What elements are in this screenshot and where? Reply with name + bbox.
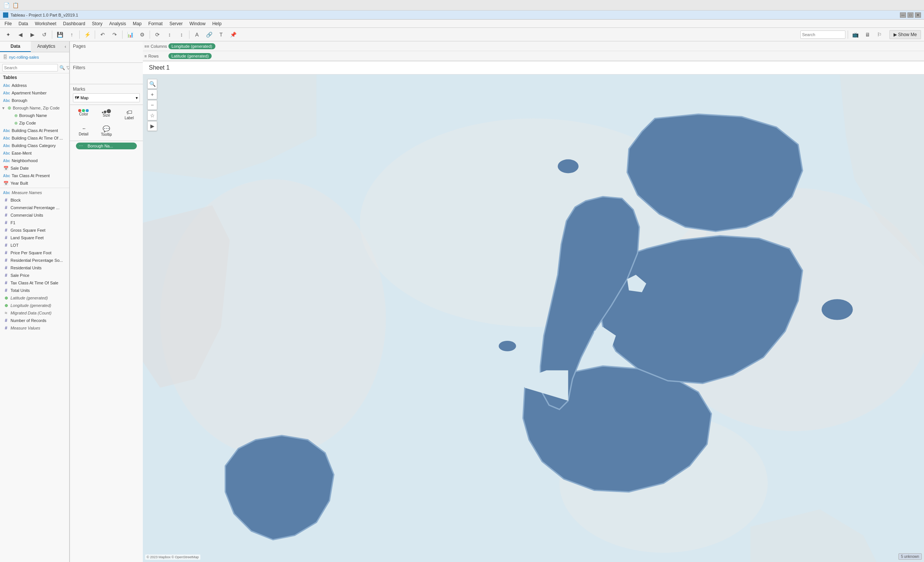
menu-worksheet[interactable]: Worksheet bbox=[32, 20, 59, 27]
field-label: Commercial Units bbox=[11, 213, 43, 217]
search-input[interactable] bbox=[2, 64, 58, 71]
field-block[interactable]: # Block bbox=[0, 196, 69, 204]
menu-window[interactable]: Window bbox=[186, 20, 209, 27]
toolbar-device-btn[interactable]: 🖥 bbox=[862, 29, 873, 40]
field-group-borough-zip[interactable]: ▼ ⊕ Borough Name, Zip Code bbox=[0, 104, 69, 112]
filter-icon[interactable]: ▽ bbox=[67, 65, 70, 70]
map-search-btn[interactable]: 🔍 bbox=[147, 79, 157, 89]
menu-map[interactable]: Map bbox=[130, 20, 144, 27]
menu-server[interactable]: Server bbox=[167, 20, 186, 27]
field-building-class-time[interactable]: Abc Building Class At Time Of ... bbox=[0, 134, 69, 142]
marks-color-btn[interactable]: Color bbox=[73, 107, 94, 122]
field-apartment-number[interactable]: Abc Apartment Number bbox=[0, 89, 69, 97]
field-neighborhood[interactable]: Abc Neighborhood bbox=[0, 157, 69, 164]
map-pin-btn[interactable]: ☆ bbox=[147, 111, 157, 120]
field-measure-values[interactable]: # Measure Values bbox=[0, 324, 69, 332]
toolbar-undo-btn[interactable]: ↶ bbox=[97, 29, 108, 40]
map-play-btn[interactable]: ▶ bbox=[147, 121, 157, 131]
field-residential-pct[interactable]: # Residential Percentage So... bbox=[0, 257, 69, 264]
field-borough-name[interactable]: ⊕ Borough Name bbox=[5, 112, 69, 119]
toolbar-text-btn[interactable]: T bbox=[216, 29, 226, 40]
data-source[interactable]: 🗄 nyc-rolling-sales bbox=[0, 52, 69, 62]
toolbar-pin-btn[interactable]: 📌 bbox=[228, 29, 238, 40]
marks-detail-btn[interactable]: ··· Detail bbox=[73, 123, 94, 138]
menu-story[interactable]: Story bbox=[89, 20, 106, 27]
field-migrated-data[interactable]: ≈ Migrated Data (Count) bbox=[0, 309, 69, 317]
longitude-pill[interactable]: Longitude (generated) bbox=[168, 43, 215, 49]
toolbar-back-btn[interactable]: ◀ bbox=[15, 29, 26, 40]
menu-help[interactable]: Help bbox=[209, 20, 225, 27]
field-tax-class-present[interactable]: Abc Tax Class At Present bbox=[0, 172, 69, 179]
detail-icon: ··· bbox=[82, 125, 85, 132]
toolbar-new-btn[interactable]: ✦ bbox=[3, 29, 14, 40]
marks-tooltip-btn[interactable]: 💬 Tooltip bbox=[96, 123, 117, 138]
field-num-records[interactable]: # Number of Records bbox=[0, 317, 69, 324]
hash-icon: # bbox=[3, 258, 9, 263]
field-building-class-present[interactable]: Abc Building Class At Present bbox=[0, 127, 69, 134]
toolbar-sort-btn[interactable]: ↕ bbox=[164, 29, 175, 40]
map-container[interactable]: 🔍 + − ☆ ▶ © 2023 Mapbox © OpenStreetMap … bbox=[143, 74, 924, 562]
toolbar-redo2-btn[interactable]: ↷ bbox=[109, 29, 120, 40]
latitude-pill[interactable]: Latitude (generated) bbox=[168, 53, 212, 59]
field-longitude[interactable]: ⊕ Longitude (generated) bbox=[0, 302, 69, 309]
toolbar-highlight-btn[interactable]: A bbox=[192, 29, 202, 40]
toolbar-sep-2 bbox=[79, 30, 80, 39]
field-lot[interactable]: # LOT bbox=[0, 242, 69, 249]
toolbar-forward-btn[interactable]: ▶ bbox=[27, 29, 38, 40]
map-zoom-in-btn[interactable]: + bbox=[147, 90, 157, 99]
field-land-sqft[interactable]: # Land Square Feet bbox=[0, 234, 69, 242]
toolbar-connect-btn[interactable]: ⚡ bbox=[82, 29, 92, 40]
field-building-class-category[interactable]: Abc Building Class Category bbox=[0, 142, 69, 149]
field-commercial-pct[interactable]: # Commercial Percentage ... bbox=[0, 204, 69, 211]
field-price-per-sqft[interactable]: # Price Per Square Foot bbox=[0, 249, 69, 257]
field-borough[interactable]: Abc Borough bbox=[0, 97, 69, 104]
field-latitude[interactable]: ⊕ Latitude (generated) bbox=[0, 294, 69, 302]
minimize-button[interactable]: — bbox=[900, 12, 906, 18]
menu-analysis[interactable]: Analysis bbox=[106, 20, 129, 27]
toolbar-save-btn[interactable]: 💾 bbox=[55, 29, 65, 40]
show-me-button[interactable]: ▶ Show Me bbox=[889, 30, 921, 39]
field-commercial-units[interactable]: # Commercial Units bbox=[0, 211, 69, 219]
toolbar-link-btn[interactable]: 🔗 bbox=[204, 29, 214, 40]
page-icon[interactable]: 📄 bbox=[3, 2, 10, 9]
marks-label-btn[interactable]: 🏷 Label bbox=[118, 107, 140, 122]
field-label: Land Square Feet bbox=[11, 235, 44, 240]
field-gross-sqft[interactable]: # Gross Square Feet bbox=[0, 226, 69, 234]
copy-icon[interactable]: 📋 bbox=[12, 2, 19, 9]
marks-type-select[interactable]: 🗺 Map ▾ bbox=[73, 93, 140, 102]
toolbar-refresh-btn[interactable]: ⟳ bbox=[152, 29, 163, 40]
field-year-built[interactable]: 📅 Year Built bbox=[0, 179, 69, 187]
toolbar-chart2-btn[interactable]: ⚙ bbox=[137, 29, 147, 40]
field-easement[interactable]: Abc Ease-Ment bbox=[0, 149, 69, 157]
toolbar-present-btn[interactable]: 📺 bbox=[850, 29, 861, 40]
field-label: Block bbox=[11, 198, 21, 202]
field-residential-units[interactable]: # Residential Units bbox=[0, 264, 69, 272]
hash-icon: # bbox=[3, 288, 9, 293]
field-tax-class-time[interactable]: # Tax Class At Time Of Sale bbox=[0, 279, 69, 287]
toolbar-publish-btn[interactable]: ↑ bbox=[67, 29, 77, 40]
menu-file[interactable]: File bbox=[2, 20, 15, 27]
tab-data[interactable]: Data bbox=[0, 41, 31, 52]
borough-pill[interactable]: ⋯ Borough Na... bbox=[76, 143, 137, 149]
map-zoom-out-btn[interactable]: − bbox=[147, 100, 157, 110]
field-total-units[interactable]: # Total Units bbox=[0, 287, 69, 294]
menu-data[interactable]: Data bbox=[15, 20, 31, 27]
field-zip-code[interactable]: ⊕ Zip Code bbox=[5, 119, 69, 127]
toolbar-share-btn[interactable]: ⚐ bbox=[874, 29, 885, 40]
toolbar-search-input[interactable] bbox=[800, 30, 845, 39]
menu-dashboard[interactable]: Dashboard bbox=[60, 20, 88, 27]
toolbar-chart-btn[interactable]: 📊 bbox=[125, 29, 135, 40]
field-address[interactable]: Abc Address bbox=[0, 82, 69, 89]
toolbar-redo-btn[interactable]: ↺ bbox=[39, 29, 50, 40]
menu-format[interactable]: Format bbox=[145, 20, 166, 27]
field-sale-date[interactable]: 📅 Sale Date bbox=[0, 164, 69, 172]
maximize-button[interactable]: □ bbox=[907, 12, 913, 18]
field-sale-price[interactable]: # Sale Price bbox=[0, 272, 69, 279]
marks-size-btn[interactable]: Size bbox=[96, 107, 117, 122]
field-f1[interactable]: # F1 bbox=[0, 219, 69, 226]
field-measure-names[interactable]: Abc Measure Names bbox=[0, 189, 69, 196]
close-button[interactable]: ✕ bbox=[915, 12, 921, 18]
toolbar-sort2-btn[interactable]: ↕ bbox=[176, 29, 187, 40]
panel-collapse-btn[interactable]: ‹ bbox=[62, 41, 69, 52]
tab-analytics[interactable]: Analytics bbox=[31, 41, 62, 52]
